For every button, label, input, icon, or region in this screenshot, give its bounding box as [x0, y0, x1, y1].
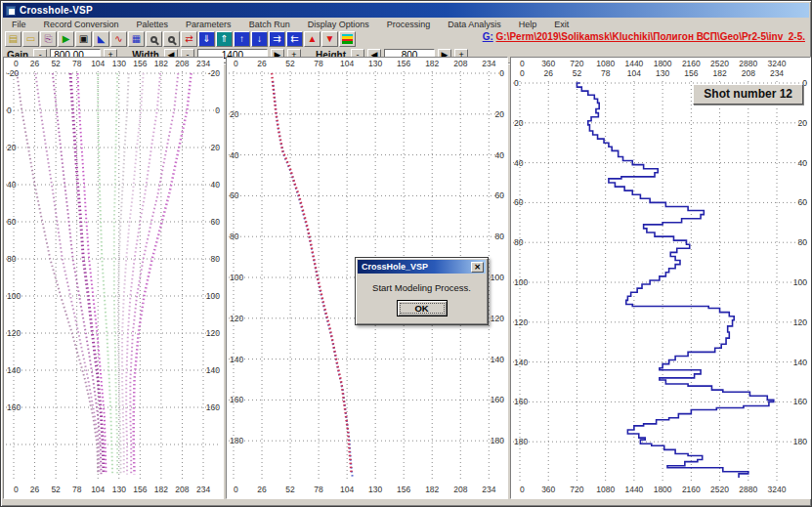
axis-tick-label: 120 [491, 314, 504, 323]
save-icon[interactable]: ▦ [128, 31, 145, 47]
menu-item-palettes[interactable]: Palettes [128, 20, 178, 29]
palette-icon[interactable] [339, 31, 356, 47]
title-bar[interactable]: Crosshole-VSP [3, 3, 809, 18]
axis-tick-label: 208 [453, 59, 467, 68]
axis-tick-label: 208 [742, 68, 755, 78]
menu-item-record-conversion[interactable]: Record Conversion [35, 20, 128, 29]
axis-tick-label: 140 [206, 365, 220, 375]
axis-tick-label: 160 [230, 395, 243, 404]
pick-blue [273, 81, 353, 477]
menu-item-processing[interactable]: Processing [378, 20, 440, 29]
axis-tick-label: 120 [793, 317, 807, 327]
trace-12 [134, 73, 192, 474]
axis-tick-label: 720 [570, 485, 583, 494]
axis-tick-label: 104 [627, 68, 641, 78]
axis-tick-label: 0 [215, 106, 220, 115]
axis-tick-label: 208 [175, 485, 189, 494]
shot-number-button[interactable]: Shot number 12 [693, 84, 803, 105]
velocity-log-panel[interactable]: Shot number 12 0360720108014401800216025… [510, 57, 811, 499]
axis-tick-label: 130 [368, 485, 382, 494]
axis-tick-label: 156 [684, 68, 698, 78]
gather-traces-panel[interactable]: 0265278104130156182208234026527810413015… [3, 57, 224, 499]
axis-tick-label: 0 [14, 59, 19, 68]
axis-tick-label: 60 [7, 217, 17, 227]
trace-10 [126, 73, 160, 474]
axis-tick-label: 156 [397, 485, 410, 494]
menu-item-file[interactable]: File [3, 20, 35, 29]
axis-tick-label: 78 [72, 485, 82, 494]
axis-tick-label: 156 [133, 485, 147, 494]
menu-item-display-options[interactable]: Display Options [299, 20, 378, 29]
axis-tick-label: 80 [495, 232, 505, 241]
new-file-icon[interactable]: ▤ [5, 31, 21, 47]
record-conversion-icon[interactable]: ⎘ [40, 31, 57, 47]
shift-up-icon[interactable]: ⇑ [216, 31, 233, 47]
axis-tick-label: 0 [234, 59, 238, 68]
velocity-profile-curve [577, 83, 773, 478]
axis-tick-label: 2520 [710, 59, 729, 68]
menu-item-batch-run[interactable]: Batch Run [240, 20, 299, 29]
axis-tick-label: 156 [397, 59, 410, 68]
right-velocity-plot[interactable]: 0360720108014401800216025202880324002652… [511, 58, 810, 498]
file-path-text: G:\Perm\2019\Solikamsk\Kluchiki\Полигон … [496, 31, 805, 42]
compare-traces-icon[interactable]: ⇄ [181, 31, 197, 47]
axis-tick-label: 20 [230, 109, 239, 119]
menu-item-help[interactable]: Help [510, 20, 546, 29]
axis-tick-label: 52 [573, 68, 582, 78]
axis-tick-label: 140 [514, 358, 528, 367]
histogram-icon[interactable]: ◣ [93, 31, 109, 47]
axis-tick-label: 130 [112, 59, 126, 68]
pick-red [272, 73, 352, 474]
zoom-in-icon[interactable] [146, 31, 162, 47]
axis-tick-label: 40 [798, 158, 808, 168]
open-folder-icon[interactable]: ▭ [22, 31, 39, 47]
axis-tick-label: -20 [208, 68, 221, 78]
axis-tick-label: 78 [601, 68, 611, 78]
left-gather-plot[interactable]: 0265278104130156182208234026527810413015… [4, 58, 223, 498]
menu-item-exit[interactable]: Exit [545, 20, 577, 29]
axis-tick-label: 120 [7, 328, 21, 338]
trace-6 [98, 73, 112, 474]
axis-tick-label: 180 [793, 437, 807, 446]
menu-item-parameters[interactable]: Parameters [177, 20, 240, 29]
axis-tick-label: 160 [7, 402, 21, 412]
axis-tick-label: 156 [133, 59, 147, 68]
play-icon[interactable]: ▶ [58, 31, 74, 47]
axis-tick-label: 1800 [654, 485, 672, 494]
axis-tick-label: 100 [7, 291, 21, 301]
zoom-out-icon [168, 36, 175, 43]
axis-tick-label: 182 [154, 485, 168, 494]
axis-tick-label: 20 [514, 118, 524, 128]
gain-down-icon[interactable]: ▼ [321, 31, 338, 47]
axis-tick-label: 2880 [739, 59, 757, 68]
window-title: Crosshole-VSP [20, 5, 93, 16]
trace-3 [53, 73, 102, 474]
ok-button[interactable]: OK [397, 300, 448, 317]
axis-tick-label: 2520 [710, 485, 729, 494]
dialog-close-button[interactable]: ✕ [471, 262, 484, 273]
axis-tick-label: 182 [712, 68, 726, 78]
axis-tick-label: 40 [514, 158, 524, 168]
stop-record-icon[interactable]: ▣ [75, 31, 92, 47]
dialog-title: CrossHole_VSP [362, 262, 428, 272]
zoom-out-icon[interactable] [163, 31, 180, 47]
axis-tick-label: 0 [520, 59, 525, 68]
axis-tick-label: 208 [175, 59, 189, 68]
move-up-icon[interactable]: ↑ [234, 31, 250, 47]
axis-tick-label: 52 [285, 59, 295, 68]
stretch-left-icon[interactable]: ⇇ [286, 31, 303, 47]
axis-tick-label: 130 [112, 485, 126, 494]
gain-up-icon[interactable]: ▲ [304, 31, 321, 47]
axis-tick-label: 140 [491, 355, 504, 364]
stretch-right-icon[interactable]: ⇉ [269, 31, 285, 47]
axis-tick-label: 0 [520, 485, 525, 494]
menu-item-data-analysis[interactable]: Data Analysis [439, 20, 510, 29]
axis-tick-label: 80 [211, 254, 221, 264]
dialog-title-bar[interactable]: CrossHole_VSP ✕ [358, 260, 486, 274]
move-down-icon[interactable]: ↓ [251, 31, 268, 47]
axis-tick-label: 60 [514, 197, 524, 207]
waveform-icon[interactable]: ∿ [110, 31, 127, 47]
axis-tick-label: 80 [7, 254, 17, 264]
trace-4 [70, 73, 104, 474]
shift-down-icon[interactable]: ⇓ [198, 31, 215, 47]
